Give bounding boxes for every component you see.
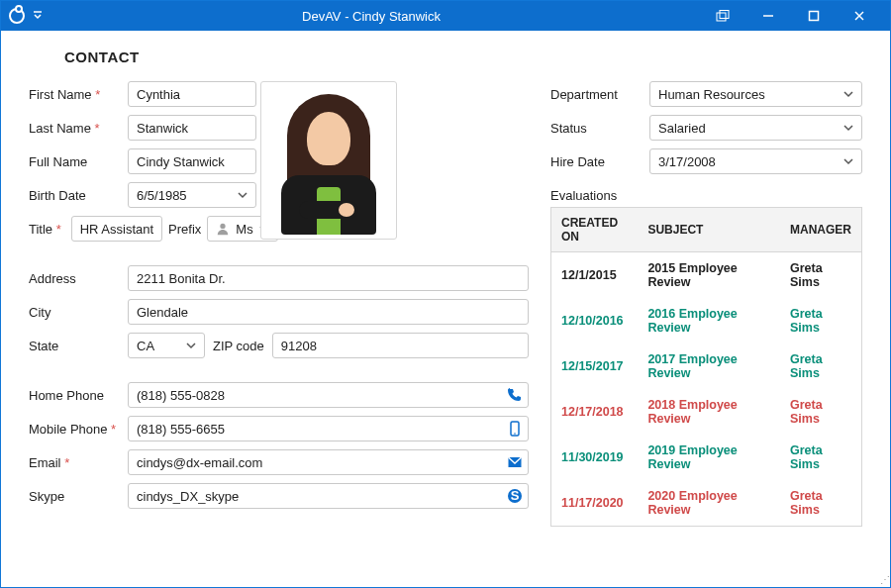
email-input[interactable] <box>128 449 529 475</box>
label-home-phone: Home Phone <box>29 388 128 403</box>
contact-photo <box>260 81 397 240</box>
label-address: Address <box>29 271 128 286</box>
eval-date: 12/10/2016 <box>551 298 639 343</box>
eval-subject: 2017 Employee Review <box>638 343 780 389</box>
label-birth-date: Birth Date <box>29 188 128 203</box>
eval-subject: 2015 Employee Review <box>638 252 780 299</box>
chevron-down-icon <box>186 341 196 350</box>
label-city: City <box>29 305 128 320</box>
close-button[interactable] <box>837 1 882 31</box>
evaluations-table: CREATED ON SUBJECT MANAGER 12/1/20152015… <box>550 207 862 527</box>
col-subject[interactable]: SUBJECT <box>638 208 780 252</box>
eval-manager: Greta Sims <box>780 298 862 343</box>
eval-date: 11/17/2020 <box>551 480 639 527</box>
label-state: State <box>29 339 128 353</box>
left-column: First Name Last Name Full Name Birt <box>29 81 529 527</box>
birth-date-combo[interactable]: 6/5/1985 <box>128 182 256 208</box>
hire-date-value: 3/17/2008 <box>658 154 716 169</box>
label-zip: ZIP code <box>213 339 264 353</box>
email-icon <box>507 454 523 470</box>
label-title: Title <box>29 222 71 237</box>
zip-input[interactable] <box>272 333 529 358</box>
eval-subject: 2018 Employee Review <box>638 389 780 435</box>
table-row[interactable]: 12/10/20162016 Employee ReviewGreta Sims <box>551 298 862 343</box>
eval-manager: Greta Sims <box>780 480 862 527</box>
department-combo[interactable]: Human Resources <box>649 81 862 107</box>
content-area: CONTACT First Name Last Name <box>1 31 890 537</box>
section-heading: CONTACT <box>64 49 862 65</box>
state-value: CA <box>137 339 154 353</box>
restore-window-icon[interactable] <box>700 1 745 31</box>
right-column: Department Human Resources Status Salari… <box>550 81 862 527</box>
app-logo-icon <box>9 8 25 24</box>
chevron-down-icon <box>843 123 853 133</box>
mobile-phone-input[interactable] <box>128 416 529 441</box>
label-status: Status <box>550 121 649 136</box>
label-mobile-phone: Mobile Phone <box>29 422 128 437</box>
table-row[interactable]: 11/17/20202020 Employee ReviewGreta Sims <box>551 480 862 527</box>
chevron-down-icon <box>238 190 248 200</box>
eval-date: 11/30/2019 <box>551 435 639 480</box>
full-name-input[interactable] <box>128 148 256 174</box>
label-last-name: Last Name <box>29 121 128 136</box>
eval-date: 12/1/2015 <box>551 252 639 299</box>
label-full-name: Full Name <box>29 154 128 169</box>
app-window: DevAV - Cindy Stanwick CONTACT <box>0 0 891 588</box>
table-row[interactable]: 11/30/20192019 Employee ReviewGreta Sims <box>551 435 862 480</box>
label-hire-date: Hire Date <box>550 154 649 169</box>
table-row[interactable]: 12/15/20172017 Employee ReviewGreta Sims <box>551 343 862 389</box>
qat-dropdown-icon[interactable] <box>33 11 43 21</box>
minimize-button[interactable] <box>745 1 791 31</box>
svg-rect-4 <box>810 12 819 21</box>
table-row[interactable]: 12/17/20182018 Employee ReviewGreta Sims <box>551 389 862 435</box>
eval-manager: Greta Sims <box>780 252 862 299</box>
label-email: Email <box>29 455 128 470</box>
city-input[interactable] <box>128 299 529 325</box>
svg-point-7 <box>221 224 226 229</box>
col-manager[interactable]: MANAGER <box>780 208 862 252</box>
eval-manager: Greta Sims <box>780 343 862 389</box>
prefix-value: Ms <box>236 222 252 237</box>
phone-icon <box>507 387 523 403</box>
skype-input[interactable] <box>128 483 529 509</box>
label-prefix: Prefix <box>168 222 201 237</box>
table-row[interactable]: 12/1/20152015 Employee ReviewGreta Sims <box>551 252 862 299</box>
window-title: DevAV - Cindy Stanwick <box>43 9 700 24</box>
chevron-down-icon <box>843 156 853 166</box>
chevron-down-icon <box>843 89 853 99</box>
department-value: Human Resources <box>658 87 765 102</box>
svg-text:S: S <box>511 488 520 503</box>
state-combo[interactable]: CA <box>128 333 205 358</box>
home-phone-input[interactable] <box>128 382 529 408</box>
eval-manager: Greta Sims <box>780 389 862 435</box>
resize-grip-icon[interactable]: ⋰ <box>880 574 888 585</box>
eval-date: 12/17/2018 <box>551 389 639 435</box>
titlebar: DevAV - Cindy Stanwick <box>1 1 890 31</box>
label-first-name: First Name <box>29 87 128 102</box>
label-department: Department <box>550 87 649 102</box>
eval-date: 12/15/2017 <box>551 343 639 389</box>
maximize-button[interactable] <box>791 1 837 31</box>
svg-point-9 <box>514 433 516 435</box>
person-icon <box>216 222 230 236</box>
skype-icon: S <box>507 488 523 504</box>
address-input[interactable] <box>128 265 529 291</box>
svg-rect-1 <box>717 13 726 21</box>
svg-rect-2 <box>720 11 729 19</box>
job-title-field[interactable]: HR Assistant <box>71 216 162 242</box>
eval-subject: 2019 Employee Review <box>638 435 780 480</box>
eval-subject: 2020 Employee Review <box>638 480 780 527</box>
mobile-icon <box>507 421 523 437</box>
label-evaluations: Evaluations <box>550 188 862 203</box>
col-created-on[interactable]: CREATED ON <box>551 208 639 252</box>
status-value: Salaried <box>658 121 706 136</box>
hire-date-combo[interactable]: 3/17/2008 <box>649 148 862 174</box>
eval-manager: Greta Sims <box>780 435 862 480</box>
portrait-image <box>269 86 388 235</box>
last-name-input[interactable] <box>128 115 256 141</box>
birth-date-value: 6/5/1985 <box>137 188 187 203</box>
first-name-input[interactable] <box>128 81 256 107</box>
job-title-value: HR Assistant <box>80 222 153 237</box>
label-skype: Skype <box>29 489 128 504</box>
status-combo[interactable]: Salaried <box>649 115 862 141</box>
